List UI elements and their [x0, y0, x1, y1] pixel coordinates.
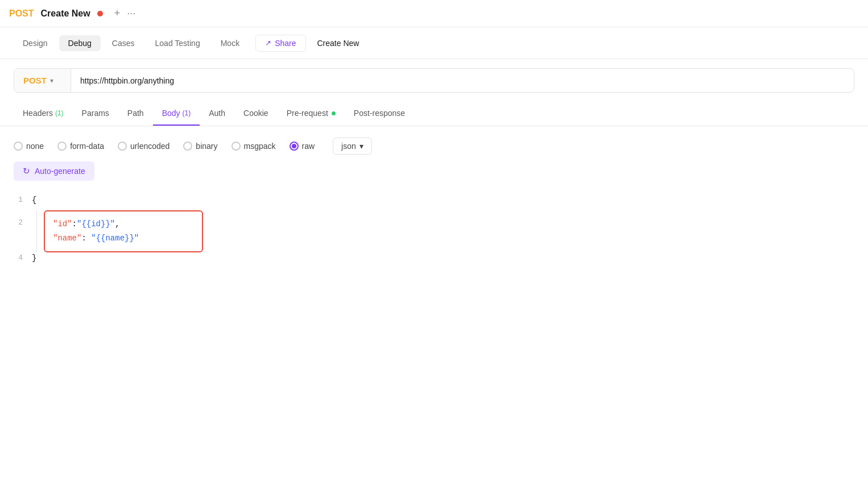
sub-tab-body[interactable]: Body (1): [153, 102, 200, 126]
code-line-1: 1 {: [14, 194, 854, 210]
body-type-row: none form-data urlencoded binary msgpack…: [0, 126, 868, 161]
radio-raw-label: raw: [302, 142, 315, 151]
body-badge: (1): [183, 109, 191, 117]
auto-generate-button[interactable]: ↻ Auto-generate: [14, 161, 94, 181]
method-selector[interactable]: POST ▾: [14, 69, 71, 92]
tab-cases[interactable]: Cases: [103, 35, 144, 51]
tab-mock[interactable]: Mock: [212, 35, 249, 51]
line-content-4: }: [32, 252, 854, 263]
tab-debug[interactable]: Debug: [59, 35, 101, 51]
body-label: Body: [162, 109, 180, 118]
sub-tab-post-response[interactable]: Post-response: [345, 102, 414, 126]
line-content-1: {: [32, 194, 854, 205]
sub-tab-cookie[interactable]: Cookie: [234, 102, 278, 126]
radio-binary[interactable]: binary: [183, 142, 217, 151]
highlighted-code-block: "id":"{{id}}", "name": "{{name}}": [44, 210, 203, 252]
code-line-2-content: "id":"{{id}}",: [53, 217, 194, 231]
radio-urlencoded-circle: [118, 142, 127, 151]
auth-label: Auth: [209, 109, 225, 118]
pre-request-dot: [332, 111, 336, 115]
radio-form-data-label: form-data: [70, 142, 104, 151]
radio-msgpack-circle: [232, 142, 241, 151]
url-input[interactable]: [71, 69, 854, 92]
radio-msgpack-label: msgpack: [244, 142, 276, 151]
json-format-label: json: [341, 142, 356, 151]
sub-tab-headers[interactable]: Headers (1): [14, 102, 73, 126]
code-line-4: 4 }: [14, 252, 854, 268]
json-format-chevron-icon: ▾: [359, 142, 363, 151]
unsaved-indicator: [97, 11, 103, 16]
sub-tab-auth[interactable]: Auth: [200, 102, 234, 126]
radio-none-label: none: [26, 142, 44, 151]
radio-raw[interactable]: raw: [290, 142, 315, 151]
json-format-dropdown[interactable]: json ▾: [333, 138, 372, 155]
headers-label: Headers: [23, 109, 53, 118]
code-line-2-3: 2 "id":"{{id}}", "name": "{{name}}": [14, 210, 854, 252]
line-number-4: 4: [14, 252, 32, 262]
pre-request-label: Pre-request: [287, 109, 328, 118]
share-button[interactable]: ↗ Share: [255, 35, 305, 52]
radio-urlencoded[interactable]: urlencoded: [118, 142, 170, 151]
code-editor: 1 { 2 "id":"{{id}}", "name": "{{name}}" …: [14, 190, 854, 273]
code-line-3-content: "name": "{{name}}": [53, 231, 194, 246]
params-label: Params: [82, 109, 109, 118]
code-vertical-line: [36, 210, 37, 252]
headers-badge: (1): [55, 109, 64, 117]
share-icon: ↗: [265, 39, 271, 47]
radio-none[interactable]: none: [14, 142, 44, 151]
method-label: POST: [23, 76, 47, 85]
radio-binary-circle: [183, 142, 192, 151]
auto-generate-label: Auto-generate: [35, 167, 85, 176]
title-method: POST: [9, 9, 34, 19]
title-bar: POST Create New + ···: [0, 0, 868, 27]
tab-design[interactable]: Design: [14, 35, 57, 51]
radio-urlencoded-label: urlencoded: [130, 142, 170, 151]
share-label: Share: [275, 39, 296, 48]
method-chevron-icon: ▾: [50, 77, 53, 85]
create-new-label: Create New: [308, 35, 369, 51]
more-options-button[interactable]: ···: [127, 7, 135, 19]
radio-form-data[interactable]: form-data: [57, 142, 104, 151]
sub-tabs: Headers (1) Params Path Body (1) Auth Co…: [0, 102, 868, 126]
title-actions: + ···: [114, 7, 136, 19]
radio-msgpack[interactable]: msgpack: [232, 142, 276, 151]
post-response-label: Post-response: [354, 109, 405, 118]
radio-form-data-circle: [57, 142, 67, 151]
sub-tab-path[interactable]: Path: [118, 102, 153, 126]
radio-raw-circle: [290, 142, 299, 151]
cookie-label: Cookie: [243, 109, 268, 118]
path-label: Path: [127, 109, 144, 118]
title-name: Create New: [41, 9, 90, 19]
radio-none-circle: [14, 142, 23, 151]
auto-generate-icon: ↻: [23, 166, 30, 176]
tab-bar: Design Debug Cases Load Testing Mock ↗ S…: [0, 27, 868, 59]
tab-load-testing[interactable]: Load Testing: [146, 35, 209, 51]
url-bar: POST ▾: [14, 68, 854, 93]
line-number-1: 1: [14, 194, 32, 204]
radio-binary-label: binary: [196, 142, 217, 151]
sub-tab-params[interactable]: Params: [73, 102, 118, 126]
add-tab-button[interactable]: +: [114, 7, 121, 19]
sub-tab-pre-request[interactable]: Pre-request: [278, 102, 345, 126]
line-number-2: 2: [14, 210, 32, 252]
